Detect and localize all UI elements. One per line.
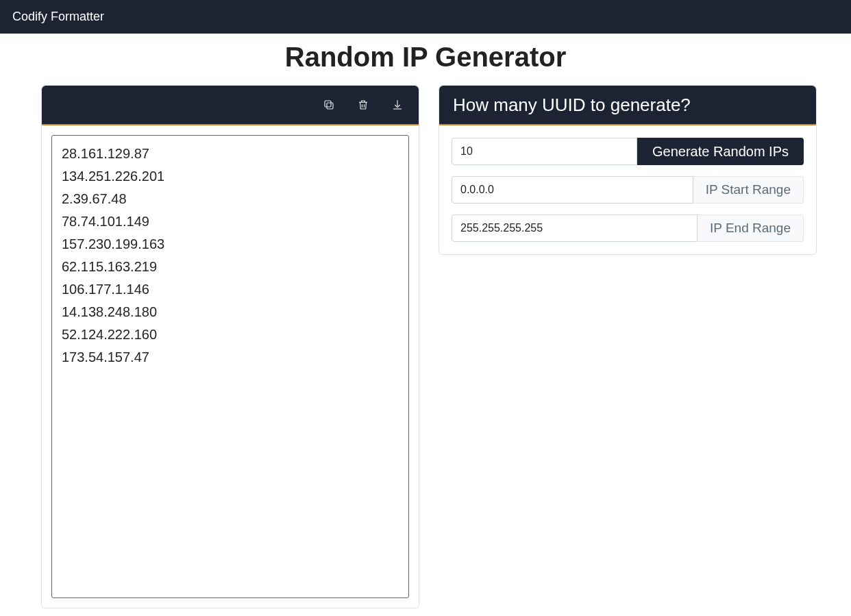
svg-rect-1	[325, 101, 331, 107]
output-panel-body: 28.161.129.87 134.251.226.201 2.39.67.48…	[42, 125, 419, 608]
svg-rect-0	[327, 103, 333, 109]
count-row: Generate Random IPs	[452, 138, 804, 165]
page-title: Random IP Generator	[0, 42, 851, 73]
end-range-input[interactable]	[452, 214, 698, 242]
controls-heading: How many UUID to generate?	[453, 95, 691, 116]
top-navbar: Codify Formatter	[0, 0, 851, 34]
count-input[interactable]	[452, 138, 637, 165]
output-panel: 28.161.129.87 134.251.226.201 2.39.67.48…	[41, 85, 419, 608]
output-panel-header	[42, 86, 419, 125]
main-container: 28.161.129.87 134.251.226.201 2.39.67.48…	[0, 85, 851, 608]
controls-panel-header: How many UUID to generate?	[439, 86, 816, 125]
generate-button[interactable]: Generate Random IPs	[637, 138, 804, 165]
start-range-input[interactable]	[452, 176, 693, 204]
end-range-label: IP End Range	[698, 214, 804, 242]
copy-icon[interactable]	[321, 97, 336, 112]
end-range-row: IP End Range	[452, 214, 804, 242]
start-range-label: IP Start Range	[693, 176, 804, 204]
brand-label[interactable]: Codify Formatter	[12, 10, 104, 23]
download-icon[interactable]	[390, 97, 405, 112]
output-textarea[interactable]: 28.161.129.87 134.251.226.201 2.39.67.48…	[51, 135, 409, 598]
controls-panel: How many UUID to generate? Generate Rand…	[439, 85, 817, 255]
controls-panel-body: Generate Random IPs IP Start Range IP En…	[439, 125, 816, 254]
trash-icon[interactable]	[356, 97, 371, 112]
start-range-row: IP Start Range	[452, 176, 804, 204]
